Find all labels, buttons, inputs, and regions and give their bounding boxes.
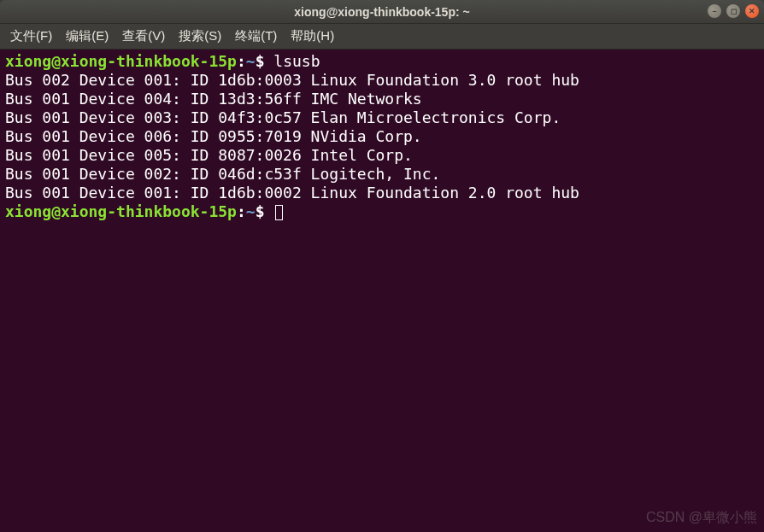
minimize-button[interactable]: – xyxy=(708,4,721,18)
menu-help[interactable]: 帮助(H) xyxy=(285,26,339,47)
output-line: Bus 001 Device 002: ID 046d:c53f Logitec… xyxy=(5,165,759,184)
window-controls: – ◻ ✕ xyxy=(708,4,759,18)
output-line: Bus 001 Device 001: ID 1d6b:0002 Linux F… xyxy=(5,184,759,202)
prompt-sep: : xyxy=(237,52,246,70)
prompt-line-2: xiong@xiong-thinkbook-15p:~$ xyxy=(5,202,759,221)
output-line: Bus 001 Device 006: ID 0955:7019 NVidia … xyxy=(5,127,759,146)
menu-search[interactable]: 搜索(S) xyxy=(173,26,226,47)
titlebar[interactable]: xiong@xiong-thinkbook-15p: ~ – ◻ ✕ xyxy=(0,0,764,24)
menubar: 文件(F) 编辑(E) 查看(V) 搜索(S) 终端(T) 帮助(H) xyxy=(0,24,764,50)
output-line: Bus 001 Device 003: ID 04f3:0c57 Elan Mi… xyxy=(5,108,759,127)
terminal-body[interactable]: xiong@xiong-thinkbook-15p:~$ lsusbBus 00… xyxy=(0,50,764,532)
menu-terminal[interactable]: 终端(T) xyxy=(230,26,282,47)
cursor-icon xyxy=(275,205,283,220)
menu-view[interactable]: 查看(V) xyxy=(117,26,170,47)
watermark-text: CSDN @卑微小熊 xyxy=(646,508,757,527)
prompt-userhost: xiong@xiong-thinkbook-15p xyxy=(5,202,237,220)
window-title: xiong@xiong-thinkbook-15p: ~ xyxy=(294,5,469,19)
prompt-sep: : xyxy=(237,202,246,220)
prompt-symbol: $ xyxy=(256,202,265,220)
output-line: Bus 001 Device 005: ID 8087:0026 Intel C… xyxy=(5,146,759,165)
prompt-path: ~ xyxy=(246,52,256,70)
close-button[interactable]: ✕ xyxy=(745,4,759,18)
output-line: Bus 002 Device 001: ID 1d6b:0003 Linux F… xyxy=(5,71,759,90)
menu-edit[interactable]: 编辑(E) xyxy=(61,26,114,47)
prompt-path: ~ xyxy=(246,202,256,220)
output-line: Bus 001 Device 004: ID 13d3:56ff IMC Net… xyxy=(5,90,759,108)
terminal-window: xiong@xiong-thinkbook-15p: ~ – ◻ ✕ 文件(F)… xyxy=(0,0,764,532)
prompt-symbol: $ xyxy=(256,52,265,70)
menu-file[interactable]: 文件(F) xyxy=(5,26,57,47)
command-text: lsusb xyxy=(273,52,320,70)
prompt-line-1: xiong@xiong-thinkbook-15p:~$ lsusb xyxy=(5,52,759,71)
prompt-userhost: xiong@xiong-thinkbook-15p xyxy=(5,52,237,70)
maximize-button[interactable]: ◻ xyxy=(726,4,740,18)
